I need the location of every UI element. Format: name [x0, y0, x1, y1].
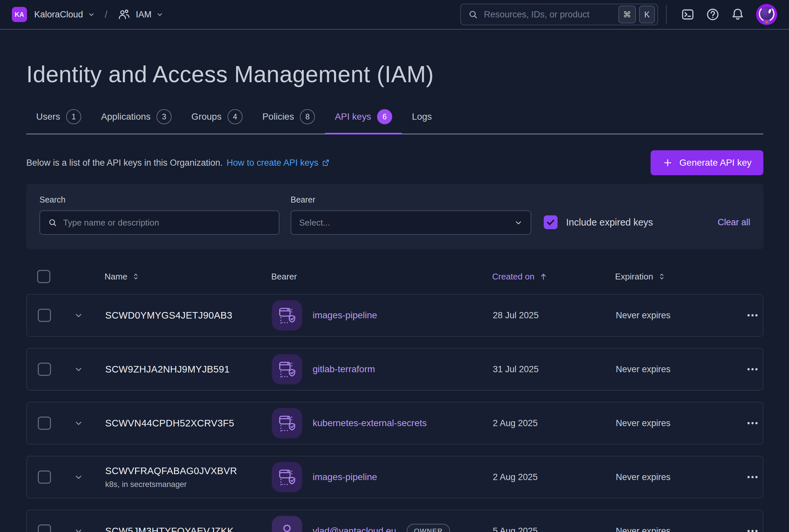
org-name: KaloraCloud [34, 10, 83, 20]
topbar-divider [666, 5, 667, 24]
global-search-input[interactable] [484, 10, 615, 20]
expiration-cell: Never expires [616, 526, 742, 532]
tab-groups[interactable]: Groups 4 [181, 109, 252, 133]
row-actions-button[interactable] [742, 307, 763, 324]
row-actions-button[interactable] [742, 523, 763, 532]
search-icon [468, 10, 478, 19]
row-expander[interactable] [72, 473, 85, 482]
plus-icon [662, 157, 673, 168]
api-key-name-cell: SCW9ZHJA2NHJ9MYJB591 [105, 364, 272, 375]
tab-label: Groups [191, 112, 222, 122]
project-switcher[interactable]: IAM [117, 8, 163, 21]
tab-count-badge: 8 [300, 109, 315, 124]
api-key-name: SCW9ZHJA2NHJ9MYJB591 [105, 364, 272, 375]
org-logo-badge: KA [12, 7, 27, 22]
tab-label: API keys [335, 112, 371, 122]
terminal-icon [680, 7, 695, 22]
row-checkbox[interactable] [38, 417, 51, 430]
table-header: Name Bearer Created on Expiration [26, 268, 763, 285]
column-bearer: Bearer [271, 271, 492, 282]
row-actions-button[interactable] [742, 361, 763, 378]
kebab-icon [745, 310, 760, 320]
column-created-on[interactable]: Created on [492, 271, 615, 282]
global-search[interactable]: ⌘ K [460, 4, 658, 25]
kebab-icon [745, 364, 760, 374]
bearer-filter-select[interactable]: Select... [291, 210, 531, 235]
row-expander[interactable] [72, 419, 85, 428]
api-key-name: SCWVN44CPDH52XCRV3F5 [105, 418, 272, 429]
bearer-filter-label: Bearer [291, 195, 531, 205]
bearer-link[interactable]: vlad@vantacloud.eu [313, 526, 396, 532]
select-all-checkbox[interactable] [37, 270, 50, 283]
avatar[interactable] [756, 4, 777, 25]
chevron-down-icon [74, 311, 83, 320]
row-checkbox[interactable] [38, 471, 51, 484]
tab-api-keys[interactable]: API keys 6 [325, 109, 402, 133]
column-expiration[interactable]: Expiration [615, 271, 741, 282]
chevron-down-icon [74, 527, 83, 532]
bearer-link[interactable]: kubernetes-external-secrets [313, 418, 427, 429]
help-button[interactable] [704, 5, 722, 24]
search-icon [48, 218, 57, 227]
chevron-down-icon [514, 218, 523, 227]
row-expander[interactable] [72, 311, 85, 320]
sort-icon [132, 272, 140, 281]
api-key-name: SCWVFRAQFABAG0JVXBVR [105, 466, 272, 476]
api-key-name: SCW5JM3HTYFQYAEVJZKK [105, 526, 272, 532]
row-actions-button[interactable] [742, 469, 763, 485]
bearer-link[interactable]: images-pipeline [313, 310, 377, 321]
application-icon [272, 300, 302, 330]
tab-users[interactable]: Users 1 [26, 109, 91, 133]
tab-count-badge: 1 [66, 109, 81, 124]
page-title: Identity and Access Management (IAM) [26, 61, 763, 88]
row-actions-button[interactable] [742, 415, 763, 431]
generate-api-key-label: Generate API key [679, 157, 752, 168]
clear-all-link[interactable]: Clear all [718, 217, 750, 228]
tab-bar: Users 1 Applications 3 Groups 4 Policies… [26, 109, 763, 134]
tab-applications[interactable]: Applications 3 [91, 109, 181, 133]
owner-badge: OWNER [407, 524, 450, 532]
expiration-cell: Never expires [616, 310, 742, 321]
arrow-up-icon [539, 272, 548, 281]
api-key-name-cell: SCW5JM3HTYFQYAEVJZKK [105, 526, 272, 532]
tab-policies[interactable]: Policies 8 [252, 109, 325, 133]
api-key-name-cell: SCWVN44CPDH52XCRV3F5 [105, 418, 272, 429]
row-checkbox[interactable] [38, 525, 51, 532]
row-checkbox[interactable] [38, 363, 51, 376]
docs-link[interactable]: How to create API keys [227, 158, 330, 168]
generate-api-key-button[interactable]: Generate API key [651, 150, 763, 175]
expiration-cell: Never expires [616, 418, 742, 429]
bearer-cell: images-pipeline [272, 300, 493, 330]
chevron-down-icon [74, 473, 83, 482]
bearer-link[interactable]: images-pipeline [313, 472, 377, 482]
filters-panel: Search Bearer Select... Include expired … [26, 184, 763, 249]
product-name: IAM [136, 10, 152, 20]
chevron-down-icon [74, 419, 83, 428]
include-expired-checkbox[interactable] [544, 215, 558, 229]
include-expired-label: Include expired keys [566, 217, 653, 228]
application-icon [272, 354, 302, 384]
row-expander[interactable] [72, 365, 85, 374]
api-key-name-cell: SCWVFRAQFABAG0JVXBVR k8s, in secretsmana… [105, 466, 272, 489]
help-icon [706, 7, 720, 22]
api-keys-table-body: SCWD0YMYGS4JETJ90AB3 i [26, 294, 763, 532]
bearer-cell: images-pipeline [272, 462, 493, 492]
k-key: K [639, 5, 655, 23]
search-filter-input[interactable] [63, 218, 271, 228]
tab-count-badge: 3 [156, 109, 172, 124]
search-filter-field[interactable] [39, 210, 280, 235]
tab-label: Logs [412, 112, 432, 122]
kebab-icon [745, 418, 760, 428]
row-checkbox[interactable] [38, 309, 51, 322]
row-expander[interactable] [72, 527, 85, 532]
column-name[interactable]: Name [104, 271, 271, 282]
bearer-link[interactable]: gitlab-terraform [313, 364, 375, 375]
checkmark-icon [546, 217, 556, 227]
org-switcher[interactable]: KaloraCloud [27, 10, 95, 20]
bearer-cell: kubernetes-external-secrets [272, 408, 493, 438]
api-key-description: k8s, in secretsmanager [105, 480, 272, 489]
tab-logs[interactable]: Logs [402, 109, 442, 133]
notifications-button[interactable] [729, 5, 747, 24]
console-button[interactable] [678, 5, 697, 24]
main-content: Identity and Access Management (IAM) Use… [0, 61, 789, 532]
